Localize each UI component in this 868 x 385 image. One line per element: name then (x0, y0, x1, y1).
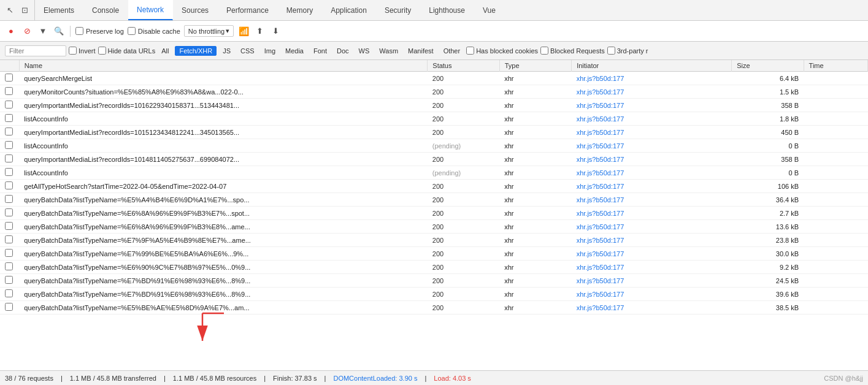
table-row[interactable]: queryBatchData?listTypeName=%E7%BD%91%E6… (0, 288, 868, 301)
third-party-input[interactable] (607, 47, 615, 55)
table-row[interactable]: queryBatchData?listTypeName=%E7%99%BE%E5… (0, 247, 868, 261)
row-initiator-3[interactable]: xhr.js?b50d:177 (572, 112, 732, 126)
row-checkbox-15[interactable] (0, 274, 19, 288)
col-name[interactable]: Name (19, 60, 427, 72)
tab-security[interactable]: Security (376, 0, 420, 20)
search-icon[interactable]: 🔍 (53, 25, 65, 37)
row-checkbox-12[interactable] (0, 234, 19, 247)
row-checkbox-9[interactable] (0, 193, 19, 207)
row-checkbox-5[interactable] (0, 139, 19, 153)
row-initiator-13[interactable]: xhr.js?b50d:177 (572, 247, 732, 261)
filter-type-doc[interactable]: Doc (333, 47, 353, 55)
col-time[interactable]: Time (804, 60, 867, 72)
filter-type-all[interactable]: All (158, 47, 172, 55)
table-row[interactable]: queryBatchData?listTypeName=%E6%8A%96%E9… (0, 220, 868, 234)
device-icon[interactable]: ⊡ (18, 4, 31, 17)
blocked-requests-input[interactable] (540, 47, 548, 55)
invert-input[interactable] (69, 47, 77, 55)
row-initiator-16[interactable]: xhr.js?b50d:177 (572, 288, 732, 301)
tab-console[interactable]: Console (83, 0, 128, 20)
table-row[interactable]: queryBatchData?listTypeName=%E6%90%9C%E7… (0, 261, 868, 274)
col-size[interactable]: Size (732, 60, 804, 72)
table-row[interactable]: queryImportantMediaList?recordIds=101481… (0, 153, 868, 166)
row-checkbox-10[interactable] (0, 207, 19, 220)
row-initiator-14[interactable]: xhr.js?b50d:177 (572, 261, 732, 274)
row-initiator-12[interactable]: xhr.js?b50d:177 (572, 234, 732, 247)
row-initiator-7[interactable]: xhr.js?b50d:177 (572, 166, 732, 180)
network-table-scroll[interactable]: Name Status Type Initiator Size Time que… (0, 60, 868, 356)
row-checkbox-0[interactable] (0, 72, 19, 85)
row-checkbox-16[interactable] (0, 288, 19, 301)
record-button[interactable]: ● (5, 25, 17, 37)
tab-network[interactable]: Network (128, 0, 173, 20)
row-initiator-2[interactable]: xhr.js?b50d:177 (572, 99, 732, 112)
row-initiator-11[interactable]: xhr.js?b50d:177 (572, 220, 732, 234)
row-checkbox-7[interactable] (0, 166, 19, 180)
row-checkbox-13[interactable] (0, 247, 19, 261)
preserve-log-input[interactable] (75, 27, 83, 35)
row-checkbox-3[interactable] (0, 112, 19, 126)
disable-cache-checkbox[interactable]: Disable cache (128, 27, 180, 35)
row-initiator-1[interactable]: xhr.js?b50d:177 (572, 85, 732, 99)
tab-performance[interactable]: Performance (218, 0, 278, 20)
preserve-log-checkbox[interactable]: Preserve log (75, 27, 124, 35)
row-checkbox-6[interactable] (0, 153, 19, 166)
col-initiator[interactable]: Initiator (572, 60, 732, 72)
filter-type-media[interactable]: Media (282, 47, 307, 55)
row-checkbox-2[interactable] (0, 99, 19, 112)
tab-vue[interactable]: Vue (474, 0, 505, 20)
tab-sources[interactable]: Sources (173, 0, 218, 20)
has-blocked-checkbox[interactable]: Has blocked cookies (466, 47, 538, 55)
row-checkbox-1[interactable] (0, 85, 19, 99)
hide-data-urls-input[interactable] (98, 47, 106, 55)
row-initiator-9[interactable]: xhr.js?b50d:177 (572, 193, 732, 207)
table-row[interactable]: queryImportantMediaList?recordIds=101622… (0, 99, 868, 112)
stop-button[interactable]: ⊘ (21, 25, 33, 37)
tab-memory[interactable]: Memory (278, 0, 322, 20)
table-row[interactable]: listAccountInfo 200 xhr xhr.js?b50d:177 … (0, 112, 868, 126)
row-initiator-0[interactable]: xhr.js?b50d:177 (572, 72, 732, 85)
filter-input[interactable] (5, 45, 66, 56)
filter-type-fetch-xhr[interactable]: Fetch/XHR (175, 46, 217, 56)
table-row[interactable]: queryBatchData?listTypeName=%E5%BE%AE%E5… (0, 301, 868, 314)
filter-type-ws[interactable]: WS (355, 47, 374, 55)
table-row[interactable]: querySearchMergeList 200 xhr xhr.js?b50d… (0, 72, 868, 85)
filter-type-other[interactable]: Other (440, 47, 464, 55)
throttle-select[interactable]: No throttling ▾ (184, 25, 234, 37)
row-initiator-15[interactable]: xhr.js?b50d:177 (572, 274, 732, 288)
tab-elements[interactable]: Elements (35, 0, 83, 20)
row-initiator-17[interactable]: xhr.js?b50d:177 (572, 301, 732, 314)
row-initiator-4[interactable]: xhr.js?b50d:177 (572, 126, 732, 139)
filter-type-font[interactable]: Font (310, 47, 331, 55)
tab-lighthouse[interactable]: Lighthouse (420, 0, 474, 20)
table-row[interactable]: getAllTypeHotSearch?startTime=2022-04-05… (0, 180, 868, 193)
col-type[interactable]: Type (499, 60, 571, 72)
row-checkbox-14[interactable] (0, 261, 19, 274)
table-row[interactable]: queryBatchData?listTypeName=%E5%A4%B4%E6… (0, 193, 868, 207)
row-checkbox-4[interactable] (0, 126, 19, 139)
filter-type-img[interactable]: Img (261, 47, 279, 55)
has-blocked-input[interactable] (466, 47, 474, 55)
download-icon[interactable]: ⬇ (269, 25, 282, 37)
filter-icon[interactable]: ▼ (37, 25, 49, 37)
wifi-icon[interactable]: 📶 (237, 25, 250, 37)
table-row[interactable]: queryBatchData?listTypeName=%E6%8A%96%E9… (0, 207, 868, 220)
filter-type-manifest[interactable]: Manifest (404, 47, 437, 55)
row-initiator-10[interactable]: xhr.js?b50d:177 (572, 207, 732, 220)
table-row[interactable]: queryBatchData?listTypeName=%E7%9F%A5%E4… (0, 234, 868, 247)
blocked-requests-checkbox[interactable]: Blocked Requests (540, 47, 605, 55)
table-row[interactable]: queryMonitorCounts?situation=%E5%85%A8%E… (0, 85, 868, 99)
filter-type-wasm[interactable]: Wasm (375, 47, 402, 55)
row-checkbox-8[interactable] (0, 180, 19, 193)
invert-checkbox[interactable]: Invert (69, 47, 96, 55)
inspect-icon[interactable]: ↖ (4, 4, 16, 17)
row-checkbox-11[interactable] (0, 220, 19, 234)
table-row[interactable]: queryImportantMediaList?recordIds=101512… (0, 126, 868, 139)
table-row[interactable]: listAccountInfo (pending) xhr xhr.js?b50… (0, 139, 868, 153)
hide-data-urls-checkbox[interactable]: Hide data URLs (98, 47, 156, 55)
third-party-checkbox[interactable]: 3rd-party r (607, 47, 648, 55)
tab-application[interactable]: Application (322, 0, 376, 20)
row-initiator-6[interactable]: xhr.js?b50d:177 (572, 153, 732, 166)
row-initiator-5[interactable]: xhr.js?b50d:177 (572, 139, 732, 153)
col-status[interactable]: Status (428, 60, 499, 72)
